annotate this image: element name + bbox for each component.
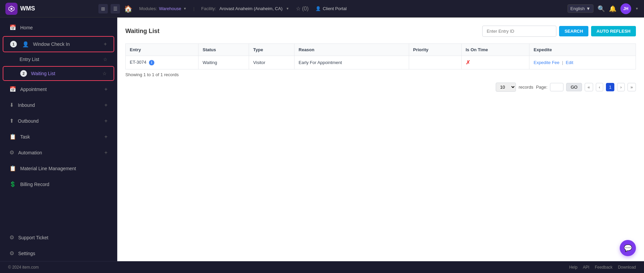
support-label: Support Ticket [18,235,108,240]
cell-expedite: Expedite Fee | Edit [529,56,636,69]
home-nav-icon[interactable]: 🏠 [124,5,132,13]
facility-label: Facility: [201,6,216,11]
checkin-plus-icon[interactable]: + [104,41,107,47]
sidebar-item-automation[interactable]: ⚙ Automation + [3,145,114,160]
task-plus-icon[interactable]: + [104,134,108,140]
waiting-list-star[interactable]: ☆ [102,71,107,76]
col-expedite: Expedite [529,44,636,56]
last-page-button[interactable]: » [627,83,636,91]
menu-icon[interactable]: ☰ [111,4,120,13]
appointment-plus-icon[interactable]: + [104,86,108,92]
sidebar-item-outbound[interactable]: ⬆ Outbound + [3,114,114,128]
logo-text: WMS [20,5,35,12]
fab-chat-button[interactable]: 💬 [620,240,636,256]
support-icon: ⚙ [9,234,14,241]
first-page-button[interactable]: « [585,83,593,91]
language-value: English [571,6,585,11]
expedite-fee-link[interactable]: Expedite Fee [533,60,559,65]
edit-link[interactable]: Edit [566,60,573,65]
sidebar-item-billing[interactable]: 💲 Billing Record [3,177,114,191]
api-link[interactable]: API [583,265,589,270]
page-title: Waiting List [125,28,159,35]
automation-icon: ⚙ [9,149,14,156]
svg-point-1 [10,8,12,10]
sidebar-item-material-line[interactable]: 📋 Material Line Management [3,161,114,176]
table-row: ET-3074 i Waiting Visitor Early For Appo… [126,56,636,69]
entry-list-star[interactable]: ☆ [103,57,108,62]
logo-icons: ⊞ ☰ [98,4,120,13]
client-portal-nav[interactable]: 👤 Client Portal [315,6,347,11]
footer-links: Help API Feedback Download [569,265,636,270]
table-body: ET-3074 i Waiting Visitor Early For Appo… [126,56,636,69]
page-label: Page: [536,85,547,90]
cell-priority [409,56,461,69]
entry-list-label: Entry List [20,57,39,62]
nav-sep1: | [193,6,194,11]
col-is-on-time: Is On Time [461,44,529,56]
outbound-icon: ⬆ [9,118,14,124]
modules-chevron: ▼ [183,7,187,10]
sidebar-item-task[interactable]: 📋 Task + [3,129,114,144]
sidebar-item-window-check-in[interactable]: 1 👤 Window Check In + [3,36,114,52]
showing-records: Showing 1 to 1 of 1 records [125,72,636,77]
top-header: WMS ⊞ ☰ 🏠 Modules: Warehouse ▼ | Facilit… [0,0,644,18]
go-button[interactable]: GO [566,83,582,91]
download-link[interactable]: Download [618,265,636,270]
task-icon: 📋 [9,133,16,140]
grid-icon[interactable]: ⊞ [98,4,108,13]
step1-badge: 1 [10,41,17,48]
sidebar-item-waiting-list[interactable]: 2 Waiting List ☆ [3,66,114,81]
search-icon[interactable]: 🔍 [597,5,605,12]
avatar-chevron: ▼ [635,7,639,10]
sidebar-item-appointment[interactable]: 📅 Appointment + [3,82,114,96]
fab-icon: 💬 [624,244,632,252]
page-number-input[interactable] [550,83,563,91]
sidebar-home-label: Home [20,25,108,30]
main-layout: 📅 Home 1 👤 Window Check In + Entry List … [0,18,644,261]
bell-icon[interactable]: 🔔 [609,5,616,12]
sidebar-item-entry-list[interactable]: Entry List ☆ [3,53,114,65]
copyright: © 2024 item.com [8,265,39,270]
sidebar-checkin-label: Window Check In [33,41,100,47]
modules-nav[interactable]: Modules: Warehouse ▼ [139,6,187,11]
favorites-count: (0) [302,6,309,12]
feedback-link[interactable]: Feedback [595,265,613,270]
checkin-icon: 👤 [22,41,29,48]
cell-is-on-time: ✗ [461,56,529,69]
col-reason: Reason [295,44,409,56]
page-controls: SEARCH AUTO REFLESH [482,26,636,37]
help-link[interactable]: Help [569,265,578,270]
cell-reason: Early For Appointment [295,56,409,69]
logo-area: WMS ⊞ ☰ [5,3,120,15]
automation-plus-icon[interactable]: + [104,150,108,156]
table-header: Entry Status Type Reason Priority Is On … [126,44,636,56]
avatar[interactable]: JH [620,3,631,14]
current-page-button[interactable]: 1 [606,83,614,91]
material-line-label: Material Line Management [20,166,108,171]
sidebar-item-inbound[interactable]: ⬇ Inbound + [3,98,114,112]
sidebar: 📅 Home 1 👤 Window Check In + Entry List … [0,18,117,261]
info-icon[interactable]: i [149,60,154,65]
next-page-button[interactable]: › [617,83,624,91]
task-label: Task [20,134,100,140]
outbound-plus-icon[interactable]: + [104,118,108,124]
language-select[interactable]: English ▼ [568,4,594,13]
cell-entry: ET-3074 i [126,56,198,69]
footer: © 2024 item.com Help API Feedback Downlo… [0,261,644,273]
auto-refresh-button[interactable]: AUTO REFLESH [591,26,636,36]
sidebar-item-settings[interactable]: ⚙ Settings [3,246,114,261]
facility-value: Arovast Anaheim (Anaheim, CA) [219,6,282,11]
search-button[interactable]: SEARCH [559,26,588,36]
inbound-icon: ⬇ [9,102,14,108]
inbound-plus-icon[interactable]: + [104,102,108,108]
entry-id-input[interactable] [482,26,556,37]
favorites-nav[interactable]: ☆ (0) [296,5,309,12]
material-icon: 📋 [9,165,16,172]
cell-type: Visitor [249,56,295,69]
prev-page-button[interactable]: ‹ [596,83,603,91]
records-per-page-select[interactable]: 10 25 50 100 [496,83,516,92]
client-portal-icon: 👤 [315,6,321,11]
sidebar-item-support[interactable]: ⚙ Support Ticket [3,230,114,245]
step2-badge: 2 [20,70,27,77]
sidebar-item-home[interactable]: 📅 Home [3,20,114,35]
